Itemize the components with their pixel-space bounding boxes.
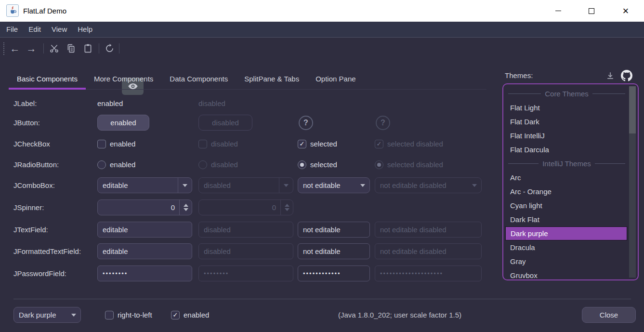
tab-option-pane[interactable]: Option Pane — [307, 70, 364, 90]
theme-item-gray[interactable]: Gray — [505, 254, 627, 268]
enabled-button[interactable]: enabled — [97, 115, 149, 131]
spinner-enabled[interactable]: 0 — [97, 199, 192, 215]
theme-selector-combobox[interactable]: Dark purple — [13, 307, 81, 323]
tab-data-components[interactable]: Data Components — [161, 70, 236, 90]
combobox-editable[interactable]: editable — [97, 177, 192, 193]
paste-button[interactable] — [80, 38, 95, 59]
maximize-icon — [589, 8, 594, 14]
combobox-arrow-button — [467, 178, 481, 193]
theme-item-flat-light[interactable]: Flat Light — [505, 101, 627, 115]
chevron-down-icon — [284, 184, 289, 187]
copy-icon — [66, 43, 76, 53]
spinner-down-icon[interactable] — [184, 208, 188, 211]
textfield-not-editable[interactable]: not editable — [298, 222, 370, 238]
toolbar-grip-handle[interactable] — [3, 42, 4, 55]
github-icon — [621, 70, 632, 81]
formatted-textfield-not-editable[interactable]: not editable — [298, 243, 370, 259]
theme-item-dark-flat[interactable]: Dark Flat — [505, 212, 627, 226]
theme-item-dark-purple[interactable]: Dark purple — [505, 226, 627, 240]
checkbox-enabled[interactable]: enabled — [97, 136, 135, 152]
radio-icon — [198, 160, 207, 169]
tab-basic-components[interactable]: Basic Components — [9, 70, 86, 90]
jcheckbox-row: JCheckBox enabled disabled selected sele… — [0, 136, 496, 152]
jbutton-row: JButton: enabled disabled ? ? — [0, 115, 496, 131]
cut-icon — [49, 43, 59, 53]
passwordfield-editable[interactable]: •••••••• — [97, 266, 192, 281]
theme-item-arc-orange[interactable]: Arc - Orange — [505, 185, 627, 199]
checkbox-checked-icon — [298, 140, 306, 148]
radio-checked-icon — [375, 160, 383, 169]
checkbox-selected[interactable]: selected — [298, 136, 337, 152]
passwordfield-disabled: •••••••• — [198, 266, 293, 281]
theme-item-flat-intellij[interactable]: Flat IntelliJ — [505, 129, 627, 143]
spinner-arrows[interactable] — [179, 200, 192, 215]
label-enabled: enabled — [97, 95, 123, 111]
tab-splitpane-tabs[interactable]: SplitPane & Tabs — [236, 70, 307, 90]
toolbar-separator — [43, 43, 44, 53]
combobox-arrow-button[interactable] — [178, 178, 192, 193]
theme-item-dracula[interactable]: Dracula — [505, 240, 627, 254]
theme-item-flat-darcula[interactable]: Flat Darcula — [505, 143, 627, 157]
formatted-textfield-editable[interactable]: editable — [97, 243, 192, 259]
disabled-button: disabled — [198, 115, 252, 131]
menu-file[interactable]: File — [1, 22, 23, 37]
cut-button[interactable] — [46, 38, 62, 59]
close-window-button[interactable] — [610, 0, 642, 22]
jlabel-row: JLabel: enabled disabled — [0, 95, 496, 111]
row-label: JButton: — [13, 115, 40, 131]
combobox-arrow-button[interactable] — [66, 307, 80, 322]
passwordfield-not-editable[interactable]: •••••••••••• — [298, 266, 370, 281]
formatted-textfield-disabled: disabled — [198, 243, 293, 259]
menubar: File Edit View Help — [0, 22, 644, 38]
close-button[interactable]: Close — [582, 307, 636, 323]
menu-help[interactable]: Help — [72, 22, 98, 37]
window-title: FlatLaf Demo — [23, 0, 66, 22]
github-button[interactable] — [620, 69, 633, 82]
close-icon — [623, 6, 629, 16]
theme-group-core: Core Themes — [505, 87, 627, 101]
help-button[interactable]: ? — [299, 116, 313, 130]
menu-edit[interactable]: Edit — [23, 22, 46, 37]
theme-item-gruvbox[interactable]: Gruvbox — [505, 268, 627, 282]
paste-icon — [83, 43, 93, 53]
chevron-down-icon — [71, 314, 76, 317]
theme-group-intellij: IntelliJ Themes — [505, 157, 627, 171]
jtextfield-row: JTextField: editable disabled not editab… — [0, 222, 496, 238]
spinner-up-icon[interactable] — [184, 204, 188, 207]
menu-view[interactable]: View — [46, 22, 72, 37]
combobox-disabled: disabled — [198, 177, 293, 193]
spinner-up-icon — [285, 204, 289, 207]
spinner-arrows — [280, 200, 293, 215]
enabled-checkbox[interactable]: enabled — [171, 307, 209, 323]
row-label: JPasswordField: — [13, 266, 66, 281]
row-label: JLabel: — [13, 95, 37, 111]
combobox-arrow-button[interactable] — [355, 178, 369, 193]
refresh-button[interactable] — [102, 38, 117, 59]
combobox-arrow-button — [279, 178, 293, 193]
textfield-not-editable-disabled: not editable disabled — [375, 222, 482, 238]
spinner-down-icon — [285, 208, 289, 211]
minimize-button[interactable] — [543, 0, 573, 22]
radio-selected[interactable]: selected — [298, 157, 337, 173]
maximize-button[interactable] — [577, 0, 606, 22]
radio-enabled[interactable]: enabled — [97, 157, 135, 173]
copy-button[interactable] — [63, 38, 79, 59]
combobox-not-editable[interactable]: not editable — [298, 177, 370, 193]
theme-item-arc[interactable]: Arc — [505, 171, 627, 185]
forward-button[interactable] — [24, 38, 39, 59]
right-to-left-checkbox[interactable]: right-to-left — [105, 307, 152, 323]
textfield-editable[interactable]: editable — [97, 222, 192, 238]
tab-more-components[interactable]: More Components — [86, 70, 161, 90]
theme-item-cyan-light[interactable]: Cyan light — [505, 199, 627, 212]
bottom-separator — [13, 299, 631, 299]
radio-checked-icon — [298, 160, 306, 169]
back-button[interactable] — [8, 38, 22, 59]
theme-item-flat-dark[interactable]: Flat Dark — [505, 115, 627, 129]
download-themes-button[interactable] — [604, 69, 617, 82]
themes-scrollbar-thumb[interactable] — [629, 86, 636, 133]
help-button-disabled: ? — [376, 116, 390, 130]
jformattedtextfield-row: JFormattedTextField: editable disabled n… — [0, 243, 496, 259]
titlebar: FlatLaf Demo — [0, 0, 644, 22]
themes-scrollbar[interactable] — [629, 86, 636, 278]
checkbox-checked-icon — [171, 311, 180, 319]
